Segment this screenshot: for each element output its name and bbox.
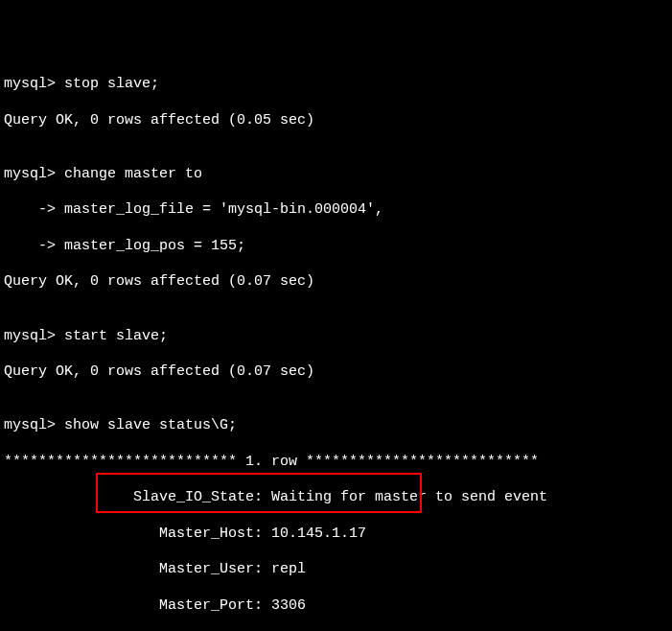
- terminal-line: Slave_IO_State: Waiting for master to se…: [4, 489, 668, 507]
- terminal-line: Master_Port: 3306: [4, 597, 668, 616]
- terminal-line: mysql> start slave;: [4, 328, 668, 346]
- terminal-line: -> master_log_pos = 155;: [4, 238, 668, 256]
- terminal-line: -> master_log_file = 'mysql-bin.000004',: [4, 201, 668, 220]
- terminal-line: Query OK, 0 rows affected (0.07 sec): [4, 363, 668, 382]
- terminal-line: *************************** 1. row *****…: [4, 454, 668, 472]
- terminal-line: Query OK, 0 rows affected (0.07 sec): [4, 273, 668, 292]
- terminal-line: Query OK, 0 rows affected (0.05 sec): [4, 112, 668, 130]
- terminal-line: Master_Host: 10.145.1.17: [4, 526, 668, 544]
- terminal-line: mysql> show slave status\G;: [4, 417, 668, 435]
- terminal-line: mysql> change master to: [4, 166, 668, 184]
- terminal-line: mysql> stop slave;: [4, 76, 668, 94]
- terminal-line: Master_User: repl: [4, 561, 668, 579]
